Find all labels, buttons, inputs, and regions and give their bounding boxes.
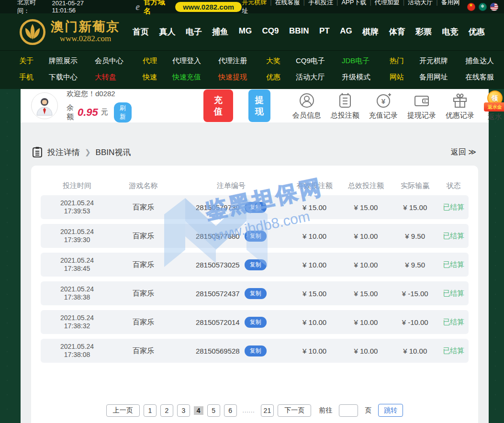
nav-item[interactable]: 捕鱼	[212, 26, 228, 37]
nav-item[interactable]: MG	[239, 26, 252, 37]
page-button[interactable]: 2	[160, 404, 173, 417]
copy-button[interactable]: 复制	[245, 202, 267, 213]
avatar[interactable]	[31, 92, 58, 119]
topbar-link-list: 开元棋牌|在线客服|手机投注|APP下载|代理加盟|活动大厅|备用网址	[242, 0, 464, 15]
quick-nav-link[interactable]: CQ9电子	[296, 56, 342, 66]
quick-nav-link[interactable]: 大转盘	[95, 73, 141, 82]
balance-label: 余额	[67, 103, 74, 122]
quick-nav-link[interactable]: 代理登入	[172, 56, 218, 66]
topbar-link[interactable]: APP下载	[341, 0, 366, 6]
shortcut-member[interactable]: 会员信息	[288, 92, 326, 120]
refresh-button[interactable]: 刷新	[114, 102, 132, 122]
quick-nav-link[interactable]: 升级模式	[342, 73, 388, 82]
quick-nav-link[interactable]: 活动大厅	[296, 73, 342, 82]
china-flag-icon[interactable]	[467, 3, 475, 11]
quick-nav-link[interactable]: 代理注册	[218, 56, 264, 66]
back-link[interactable]: 返回 ≫	[451, 147, 476, 157]
next-page-button[interactable]: 下一页	[278, 404, 311, 417]
copy-button[interactable]: 复制	[245, 259, 267, 270]
nav-item[interactable]: CQ9	[262, 26, 279, 37]
quick-nav-link[interactable]: 开元棋牌	[419, 56, 465, 66]
shortcut-label: 提现记录	[403, 111, 441, 120]
deposit-button[interactable]: 充值	[203, 89, 233, 122]
bet-date: 2021.05.24	[41, 256, 113, 265]
rebate-widget[interactable]: 领 返水金 返水	[484, 90, 504, 122]
nav-item[interactable]: 棋牌	[362, 26, 379, 37]
quick-nav-link[interactable]: 快速充值	[172, 73, 218, 82]
copy-button[interactable]: 复制	[245, 231, 267, 242]
order-number: 28150577680	[196, 232, 240, 240]
shortcut-withdraw-record[interactable]: 提现记录	[403, 92, 441, 120]
bet-date: 2021.05.24	[41, 199, 113, 208]
nav-item[interactable]: PT	[319, 26, 330, 37]
rebate-label: 返水	[484, 112, 504, 122]
quick-nav-label[interactable]: 手机	[19, 73, 49, 82]
macau-flag-icon[interactable]	[479, 3, 487, 11]
quick-nav-label[interactable]: 快速	[143, 73, 172, 82]
page-button[interactable]: 5	[207, 404, 220, 417]
bet-date: 2021.05.24	[41, 314, 113, 323]
usa-flag-icon[interactable]	[490, 3, 498, 11]
game-name-cell: 百家乐	[113, 346, 173, 356]
nav-item[interactable]: 彩票	[415, 26, 432, 37]
topbar-link[interactable]: 开元棋牌	[242, 0, 267, 6]
quick-nav-link[interactable]: 快速提现	[218, 73, 264, 82]
table-header-row: 投注时间游戏名称注单编号有效投注额总效投注额实际输赢状态	[41, 176, 469, 195]
quick-nav-link[interactable]: 捕鱼达人	[465, 56, 504, 66]
topbar-link[interactable]: 手机投注	[308, 0, 333, 6]
withdraw-button[interactable]: 提现	[248, 89, 270, 122]
bet-time-cell: 2021.05.2417:39:53	[41, 199, 113, 216]
game-name-cell: 百家乐	[113, 203, 173, 212]
page-button[interactable]: 1	[144, 404, 157, 417]
copy-button[interactable]: 复制	[245, 345, 267, 356]
order-number: 28150572437	[196, 289, 240, 298]
nav-item[interactable]: 首页	[133, 26, 149, 37]
nav-item[interactable]: 真人	[159, 26, 175, 37]
quick-nav-label[interactable]: 网站	[390, 73, 419, 82]
shortcut-deposit-record[interactable]: ¥充值记录	[364, 92, 403, 120]
quick-nav-label[interactable]: 热门	[390, 56, 419, 66]
bet-clock: 17:38:32	[41, 322, 113, 331]
official-domain-pill[interactable]: www.0282.com	[175, 2, 242, 12]
topbar-link[interactable]: 活动大厅	[408, 0, 433, 6]
pagination-ellipsis: ......	[243, 407, 255, 414]
nav-item[interactable]: 体育	[389, 26, 405, 37]
order-cell: 28150579730复制	[173, 202, 289, 213]
page-button[interactable]: 6	[224, 404, 237, 417]
nav-item[interactable]: 电子	[186, 26, 202, 37]
quick-nav-link[interactable]: JDB电子	[342, 56, 388, 66]
brand-logo[interactable]: 澳门新葡京 www.0282.com	[19, 19, 120, 45]
prev-page-button[interactable]: 上一页	[106, 404, 140, 417]
valid-bet-cell: ¥ 10.00	[289, 261, 340, 269]
quick-nav-label[interactable]: 代理	[143, 56, 172, 66]
nav-item[interactable]: 优惠	[469, 26, 485, 37]
page-button[interactable]: 21	[261, 404, 274, 417]
jump-button[interactable]: 跳转	[378, 404, 403, 417]
topbar-link[interactable]: 代理加盟	[375, 0, 400, 6]
shortcut-promo-record[interactable]: 优惠记录	[441, 92, 479, 120]
content-area: 投注详情 ❯ BBIN视讯 返回 ≫ 投注时间游戏名称注单编号有效投注额总效投注…	[21, 122, 489, 423]
quick-nav-link[interactable]: 牌照展示	[49, 56, 95, 66]
nav-item[interactable]: AG	[340, 26, 352, 37]
quick-nav-label[interactable]: 大奖	[266, 56, 296, 66]
shortcut-bets[interactable]: 总投注额	[326, 92, 364, 120]
quick-nav-link[interactable]: 在线客服	[465, 73, 504, 82]
separator: |	[303, 0, 305, 6]
nav-item[interactable]: 电竞	[442, 26, 458, 37]
actual-winloss-cell: ¥ 9.50	[392, 261, 438, 269]
quick-nav-label[interactable]: 关于	[19, 56, 49, 66]
page-button[interactable]: 3	[177, 404, 190, 417]
quick-nav-link[interactable]: 会员中心	[95, 56, 141, 66]
rebate-box-badge: 返水金	[484, 102, 504, 111]
copy-button[interactable]: 复制	[245, 288, 267, 299]
nav-item[interactable]: BBIN	[289, 26, 309, 37]
copy-button[interactable]: 复制	[245, 317, 267, 328]
quick-nav-link[interactable]: 下载中心	[49, 73, 95, 82]
goto-page-input[interactable]	[339, 404, 358, 417]
quick-nav-group: 大奖CQ9电子JDB电子	[266, 56, 390, 66]
quick-nav-link[interactable]: 备用网址	[419, 73, 465, 82]
topbar-link[interactable]: 在线客服	[275, 0, 300, 6]
shortcut-label: 优惠记录	[441, 111, 479, 120]
quick-nav-label[interactable]: 优惠	[266, 73, 296, 82]
top-bar: 北京时间： 2021-05-27 11:01:56 e 官方域名 www.028…	[0, 0, 504, 13]
